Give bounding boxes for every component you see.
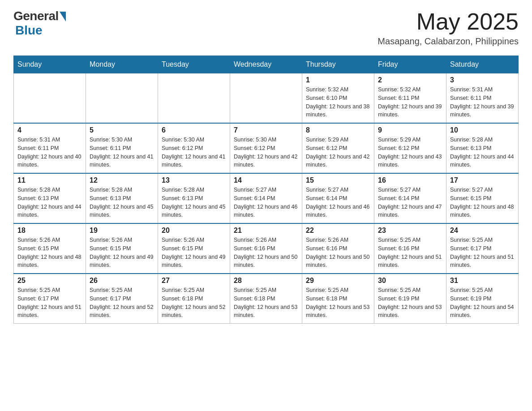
logo-triangle-icon (60, 12, 66, 21)
day-sun-info: Sunrise: 5:27 AM Sunset: 6:15 PM Dayligh… (450, 186, 515, 219)
day-sun-info: Sunrise: 5:26 AM Sunset: 6:15 PM Dayligh… (90, 236, 154, 270)
day-sun-info: Sunrise: 5:30 AM Sunset: 6:12 PM Dayligh… (234, 136, 298, 169)
day-sun-info: Sunrise: 5:30 AM Sunset: 6:12 PM Dayligh… (162, 136, 226, 169)
calendar-day-cell: 4Sunrise: 5:31 AM Sunset: 6:11 PM Daylig… (14, 123, 86, 173)
calendar-week-row: 1Sunrise: 5:32 AM Sunset: 6:10 PM Daylig… (14, 73, 519, 124)
day-number: 20 (162, 227, 226, 235)
day-sun-info: Sunrise: 5:28 AM Sunset: 6:13 PM Dayligh… (90, 186, 154, 219)
calendar-day-cell: 20Sunrise: 5:26 AM Sunset: 6:15 PM Dayli… (158, 223, 230, 274)
day-of-week-header: Friday (374, 56, 446, 73)
day-number: 12 (90, 176, 154, 184)
calendar-day-cell: 13Sunrise: 5:28 AM Sunset: 6:13 PM Dayli… (158, 173, 230, 223)
calendar-day-cell: 12Sunrise: 5:28 AM Sunset: 6:13 PM Dayli… (86, 173, 158, 223)
day-number: 18 (17, 227, 82, 235)
day-sun-info: Sunrise: 5:25 AM Sunset: 6:18 PM Dayligh… (234, 286, 298, 320)
calendar-day-cell: 24Sunrise: 5:25 AM Sunset: 6:17 PM Dayli… (446, 223, 519, 274)
day-sun-info: Sunrise: 5:30 AM Sunset: 6:11 PM Dayligh… (90, 136, 154, 169)
day-sun-info: Sunrise: 5:32 AM Sunset: 6:11 PM Dayligh… (378, 86, 442, 119)
calendar-day-cell: 9Sunrise: 5:29 AM Sunset: 6:12 PM Daylig… (374, 123, 446, 173)
title-area: May 2025 Masapang, Calabarzon, Philippin… (378, 9, 519, 47)
calendar-day-cell: 8Sunrise: 5:29 AM Sunset: 6:12 PM Daylig… (302, 123, 374, 173)
day-number: 29 (306, 277, 370, 285)
calendar-day-cell: 15Sunrise: 5:27 AM Sunset: 6:14 PM Dayli… (302, 173, 374, 223)
calendar-day-cell: 2Sunrise: 5:32 AM Sunset: 6:11 PM Daylig… (374, 73, 446, 124)
day-number: 2 (378, 76, 442, 84)
day-number: 9 (378, 126, 442, 134)
day-sun-info: Sunrise: 5:25 AM Sunset: 6:17 PM Dayligh… (90, 286, 154, 320)
day-sun-info: Sunrise: 5:26 AM Sunset: 6:15 PM Dayligh… (17, 236, 82, 270)
day-number: 21 (234, 227, 298, 235)
day-sun-info: Sunrise: 5:25 AM Sunset: 6:16 PM Dayligh… (378, 236, 442, 270)
calendar-day-cell: 18Sunrise: 5:26 AM Sunset: 6:15 PM Dayli… (14, 223, 86, 274)
day-sun-info: Sunrise: 5:31 AM Sunset: 6:11 PM Dayligh… (17, 136, 82, 169)
day-of-week-header: Thursday (302, 56, 374, 73)
calendar-day-cell: 27Sunrise: 5:25 AM Sunset: 6:18 PM Dayli… (158, 274, 230, 324)
day-sun-info: Sunrise: 5:25 AM Sunset: 6:17 PM Dayligh… (450, 236, 515, 270)
day-sun-info: Sunrise: 5:25 AM Sunset: 6:18 PM Dayligh… (306, 286, 370, 320)
calendar-day-cell (86, 73, 158, 124)
day-of-week-header: Saturday (446, 56, 519, 73)
day-number: 7 (234, 126, 298, 134)
month-year-title: May 2025 (378, 9, 519, 34)
calendar-day-cell (230, 73, 302, 124)
day-of-week-header: Wednesday (230, 56, 302, 73)
day-sun-info: Sunrise: 5:27 AM Sunset: 6:14 PM Dayligh… (234, 186, 298, 219)
day-number: 10 (450, 126, 515, 134)
day-number: 6 (162, 126, 226, 134)
day-number: 28 (234, 277, 298, 285)
logo-general-text: General (13, 9, 59, 23)
day-number: 19 (90, 227, 154, 235)
day-sun-info: Sunrise: 5:27 AM Sunset: 6:14 PM Dayligh… (378, 186, 442, 219)
day-number: 1 (306, 76, 370, 84)
calendar-header-row: SundayMondayTuesdayWednesdayThursdayFrid… (14, 56, 519, 73)
day-sun-info: Sunrise: 5:26 AM Sunset: 6:15 PM Dayligh… (162, 236, 226, 270)
day-of-week-header: Sunday (14, 56, 86, 73)
calendar-day-cell: 17Sunrise: 5:27 AM Sunset: 6:15 PM Dayli… (446, 173, 519, 223)
day-sun-info: Sunrise: 5:28 AM Sunset: 6:13 PM Dayligh… (162, 186, 226, 219)
calendar-day-cell: 21Sunrise: 5:26 AM Sunset: 6:16 PM Dayli… (230, 223, 302, 274)
calendar-day-cell: 30Sunrise: 5:25 AM Sunset: 6:19 PM Dayli… (374, 274, 446, 324)
day-sun-info: Sunrise: 5:29 AM Sunset: 6:12 PM Dayligh… (378, 136, 442, 169)
day-of-week-header: Monday (86, 56, 158, 73)
day-number: 4 (17, 126, 82, 134)
calendar-day-cell: 11Sunrise: 5:28 AM Sunset: 6:13 PM Dayli… (14, 173, 86, 223)
day-number: 15 (306, 176, 370, 184)
calendar-day-cell: 28Sunrise: 5:25 AM Sunset: 6:18 PM Dayli… (230, 274, 302, 324)
calendar-week-row: 18Sunrise: 5:26 AM Sunset: 6:15 PM Dayli… (14, 223, 519, 274)
calendar-day-cell: 23Sunrise: 5:25 AM Sunset: 6:16 PM Dayli… (374, 223, 446, 274)
calendar-day-cell: 1Sunrise: 5:32 AM Sunset: 6:10 PM Daylig… (302, 73, 374, 124)
day-sun-info: Sunrise: 5:32 AM Sunset: 6:10 PM Dayligh… (306, 86, 370, 119)
day-sun-info: Sunrise: 5:26 AM Sunset: 6:16 PM Dayligh… (234, 236, 298, 270)
day-sun-info: Sunrise: 5:28 AM Sunset: 6:13 PM Dayligh… (450, 136, 515, 169)
calendar-day-cell: 16Sunrise: 5:27 AM Sunset: 6:14 PM Dayli… (374, 173, 446, 223)
day-number: 11 (17, 176, 82, 184)
calendar-day-cell: 29Sunrise: 5:25 AM Sunset: 6:18 PM Dayli… (302, 274, 374, 324)
day-of-week-header: Tuesday (158, 56, 230, 73)
logo: General Blue (13, 9, 66, 38)
day-number: 26 (90, 277, 154, 285)
calendar-week-row: 25Sunrise: 5:25 AM Sunset: 6:17 PM Dayli… (14, 274, 519, 324)
day-sun-info: Sunrise: 5:29 AM Sunset: 6:12 PM Dayligh… (306, 136, 370, 169)
page-header: General Blue May 2025 Masapang, Calabarz… (13, 9, 519, 47)
calendar-day-cell: 10Sunrise: 5:28 AM Sunset: 6:13 PM Dayli… (446, 123, 519, 173)
day-number: 23 (378, 227, 442, 235)
calendar-week-row: 4Sunrise: 5:31 AM Sunset: 6:11 PM Daylig… (14, 123, 519, 173)
calendar-day-cell: 7Sunrise: 5:30 AM Sunset: 6:12 PM Daylig… (230, 123, 302, 173)
calendar-table: SundayMondayTuesdayWednesdayThursdayFrid… (13, 56, 519, 324)
calendar-day-cell: 26Sunrise: 5:25 AM Sunset: 6:17 PM Dayli… (86, 274, 158, 324)
calendar-day-cell (158, 73, 230, 124)
calendar-day-cell (14, 73, 86, 124)
calendar-day-cell: 25Sunrise: 5:25 AM Sunset: 6:17 PM Dayli… (14, 274, 86, 324)
day-number: 31 (450, 277, 515, 285)
day-number: 22 (306, 227, 370, 235)
calendar-day-cell: 6Sunrise: 5:30 AM Sunset: 6:12 PM Daylig… (158, 123, 230, 173)
day-number: 27 (162, 277, 226, 285)
day-sun-info: Sunrise: 5:25 AM Sunset: 6:18 PM Dayligh… (162, 286, 226, 320)
day-sun-info: Sunrise: 5:27 AM Sunset: 6:14 PM Dayligh… (306, 186, 370, 219)
calendar-day-cell: 14Sunrise: 5:27 AM Sunset: 6:14 PM Dayli… (230, 173, 302, 223)
logo-blue-text: Blue (15, 23, 43, 38)
day-sun-info: Sunrise: 5:28 AM Sunset: 6:13 PM Dayligh… (17, 186, 82, 219)
day-number: 5 (90, 126, 154, 134)
location-subtitle: Masapang, Calabarzon, Philippines (378, 36, 519, 47)
calendar-day-cell: 31Sunrise: 5:25 AM Sunset: 6:19 PM Dayli… (446, 274, 519, 324)
